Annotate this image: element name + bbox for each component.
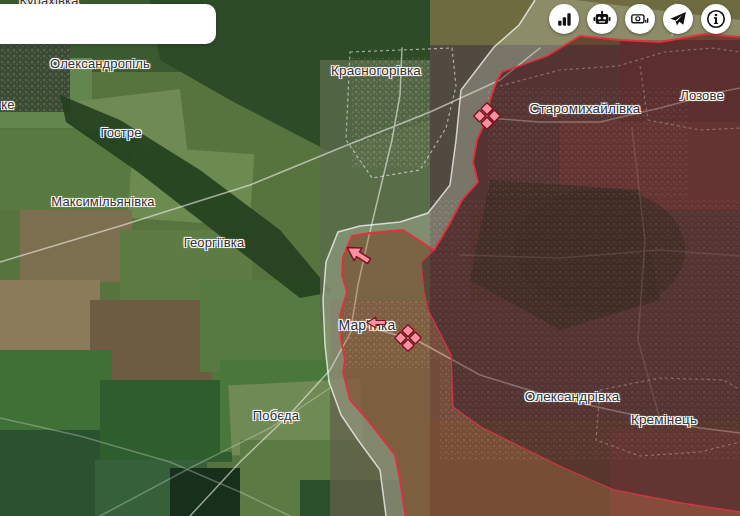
robot-icon xyxy=(592,9,612,29)
map-canvas[interactable] xyxy=(0,0,740,516)
banknote-icon xyxy=(630,9,650,29)
stats-button[interactable] xyxy=(549,4,579,34)
toolbar xyxy=(549,4,731,34)
telegram-icon xyxy=(668,9,688,29)
floating-panel[interactable] xyxy=(0,4,216,44)
info-button[interactable] xyxy=(701,4,731,34)
telegram-button[interactable] xyxy=(663,4,693,34)
donate-button[interactable] xyxy=(625,4,655,34)
war-map-app: КурахівкаОлександропількеГостреМаксиміль… xyxy=(0,0,740,516)
bot-button[interactable] xyxy=(587,4,617,34)
bar-chart-icon xyxy=(554,9,574,29)
info-icon xyxy=(705,8,727,30)
